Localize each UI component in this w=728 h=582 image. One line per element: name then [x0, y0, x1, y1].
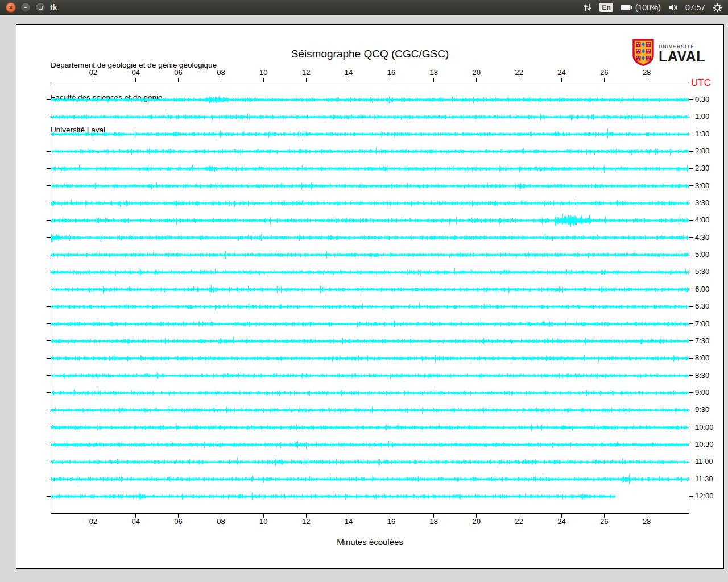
utc-time-label: 10:00 [695, 423, 714, 432]
battery-percentage: (100%) [635, 3, 661, 12]
x-tick-top [433, 78, 434, 82]
y-tick-left [47, 134, 51, 134]
close-button[interactable]: × [6, 2, 16, 13]
x-tick-label-bottom: 14 [339, 517, 358, 526]
y-tick-right [689, 117, 693, 117]
x-tick-label-bottom: 20 [467, 517, 486, 526]
y-tick-right [689, 168, 693, 169]
x-tick-label-top: 10 [254, 68, 273, 77]
x-axis-title: Minutes écoulées [51, 537, 689, 547]
x-tick-top [178, 78, 179, 82]
y-tick-left [47, 306, 51, 307]
utc-time-label: 7:30 [695, 336, 709, 346]
x-tick-label-top: 28 [637, 68, 656, 77]
y-tick-right [689, 427, 693, 427]
utc-time-label: 9:30 [695, 405, 709, 414]
x-tick-label-bottom: 06 [169, 517, 188, 526]
session-gear-icon[interactable] [713, 3, 722, 13]
laval-crest-icon [632, 39, 655, 68]
x-tick-top [476, 78, 477, 82]
utc-time-label: 5:00 [695, 250, 709, 259]
y-tick-left [47, 444, 51, 444]
utc-time-label: 3:30 [695, 198, 709, 207]
maximize-button[interactable] [35, 2, 46, 13]
utc-time-label: 12:00 [695, 492, 714, 501]
window-title: tk [50, 3, 57, 12]
utc-time-label: 7:00 [695, 319, 709, 329]
y-tick-right [689, 392, 693, 393]
y-tick-left [47, 117, 51, 117]
utc-time-label: 4:30 [695, 233, 709, 242]
y-tick-right [689, 375, 693, 376]
x-tick-label-top: 26 [594, 68, 614, 77]
page-title: Séismographe QCQ (CGC/GSC) [51, 48, 689, 60]
y-tick-right [689, 340, 693, 341]
y-tick-left [47, 99, 51, 100]
universite-laval-logo: UNIVERSITÉ LAVAL [632, 40, 707, 67]
x-tick-label-top: 20 [467, 68, 486, 77]
x-tick-label-top: 14 [339, 68, 358, 77]
utc-time-label: 2:00 [695, 147, 709, 156]
x-tick-label-bottom: 18 [424, 517, 444, 526]
network-arrows-icon[interactable] [583, 3, 592, 12]
x-tick-label-top: 04 [126, 68, 146, 77]
utc-time-label: 2:30 [695, 164, 709, 173]
utc-time-label: 0:30 [695, 95, 709, 104]
y-tick-left [47, 203, 51, 203]
y-tick-left [47, 340, 51, 341]
y-tick-right [689, 255, 693, 255]
x-tick-label-bottom: 16 [382, 517, 401, 526]
x-tick-label-bottom: 28 [637, 517, 656, 526]
y-tick-right [689, 99, 693, 100]
utc-axis-header: UTC [691, 77, 711, 89]
y-tick-right [689, 220, 693, 221]
x-tick-label-bottom: 22 [510, 517, 529, 526]
x-tick-label-bottom: 10 [254, 517, 273, 526]
x-tick-label-top: 06 [169, 68, 188, 77]
close-icon: × [9, 5, 13, 11]
y-tick-left [47, 151, 51, 152]
x-tick-top [561, 78, 562, 82]
x-tick-top [263, 78, 264, 82]
x-tick-label-top: 16 [382, 68, 401, 77]
utc-time-label: 8:00 [695, 354, 709, 363]
utc-time-label: 8:30 [695, 371, 709, 380]
keyboard-layout-indicator[interactable]: En [599, 3, 613, 12]
x-tick-label-bottom: 04 [126, 517, 146, 526]
x-tick-label-bottom: 12 [296, 517, 316, 526]
y-tick-left [47, 237, 51, 238]
tk-app-window: Département de géologie et de génie géol… [16, 24, 724, 569]
y-tick-right [689, 306, 693, 307]
y-tick-right [689, 203, 693, 203]
utc-time-label: 4:00 [695, 215, 709, 225]
utc-time-label: 10:30 [695, 440, 714, 449]
y-tick-right [689, 496, 693, 497]
y-tick-left [47, 462, 51, 462]
y-tick-left [47, 496, 51, 497]
y-tick-left [47, 289, 51, 289]
x-tick-label-top: 02 [84, 68, 103, 77]
top-panel: × − tk En (100%) [0, 0, 728, 15]
x-tick-label-bottom: 02 [84, 517, 103, 526]
y-tick-right [689, 151, 693, 152]
x-tick-top [221, 78, 221, 82]
x-tick-label-top: 08 [211, 68, 230, 77]
x-tick-top [349, 78, 349, 82]
minimize-button[interactable]: − [20, 2, 31, 13]
utc-time-label: 1:30 [695, 130, 709, 139]
y-tick-left [47, 168, 51, 169]
y-tick-left [47, 220, 51, 221]
y-tick-left [47, 479, 51, 479]
utc-time-label: 5:30 [695, 267, 709, 276]
x-tick-label-bottom: 24 [552, 517, 571, 526]
y-tick-right [689, 323, 693, 324]
volume-icon[interactable] [668, 3, 678, 12]
utc-time-label: 9:00 [695, 388, 709, 397]
clock[interactable]: 07:57 [685, 3, 705, 12]
battery-icon[interactable] [621, 3, 633, 12]
y-tick-left [47, 272, 51, 272]
utc-time-label: 3:00 [695, 181, 709, 190]
y-tick-right [689, 358, 693, 359]
maximize-icon [39, 6, 43, 10]
y-tick-left [47, 323, 51, 324]
